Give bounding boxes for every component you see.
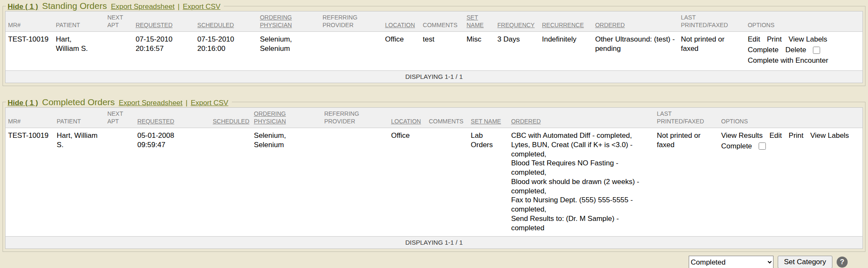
col-header-mr: MR# <box>6 107 54 128</box>
col-header-requested[interactable]: REQUESTED <box>133 11 195 32</box>
col-header-scheduled[interactable]: SCHEDULED <box>195 11 258 32</box>
col-header-ordering-physician[interactable]: ORDERING PHYSICIAN <box>257 11 320 32</box>
view-results-link[interactable]: View Results <box>721 131 763 140</box>
print-link[interactable]: Print <box>767 35 782 44</box>
complete-with-encounter-link[interactable]: Complete with Encounter <box>748 56 828 65</box>
completed-orders-section: Hide ( 1 ) Completed Orders Export Sprea… <box>3 97 865 252</box>
set-category-button[interactable]: Set Category <box>778 256 832 268</box>
view-labels-link[interactable]: View Labels <box>810 131 849 140</box>
col-header-set-name[interactable]: SET NAME <box>468 107 509 128</box>
comments-cell <box>426 128 468 237</box>
set-name-cell: Lab Orders <box>468 128 509 237</box>
col-header-ordered[interactable]: ORDERED <box>509 107 654 128</box>
standing-hide-link[interactable]: Hide ( 1 ) <box>8 3 38 11</box>
completed-section-title: Completed Orders <box>40 97 117 107</box>
col-header-options: OPTIONS <box>745 11 862 32</box>
standing-export-spreadsheet-link[interactable]: Export Spreadsheet <box>111 3 175 11</box>
location-cell: Office <box>383 32 420 70</box>
edit-link[interactable]: Edit <box>770 131 782 140</box>
mr-cell: TEST-10019 <box>6 32 53 70</box>
col-header-options: OPTIONS <box>719 107 863 128</box>
col-header-comments: COMMENTS <box>420 11 464 32</box>
completed-displaying-status: DISPLAYING 1-1 / 1 <box>6 237 863 249</box>
complete-link[interactable]: Complete <box>721 142 752 151</box>
col-header-referring-provider: REFERRING PROVIDER <box>322 107 389 128</box>
completed-export-csv-link[interactable]: Export CSV <box>191 99 228 107</box>
set-name-cell: Misc <box>464 32 495 70</box>
referring-provider-cell <box>322 128 389 237</box>
location-cell: Office <box>389 128 426 237</box>
ordered-cell: CBC with Automated Diff - completed, Lyt… <box>509 128 654 237</box>
mr-cell: TEST-10019 <box>6 128 54 237</box>
completed-header-row: MR# PATIENT NEXT APT REQUESTED SCHEDULED… <box>6 107 863 128</box>
legend-separator: | <box>184 99 189 107</box>
col-header-last-printed-faxed: LAST PRINTED/FAXED <box>678 11 745 32</box>
col-header-patient: PATIENT <box>53 11 105 32</box>
standing-header-row: MR# PATIENT NEXT APT REQUESTED SCHEDULED… <box>6 11 863 32</box>
ordered-cell: Other Ultrasound: (test) - pending <box>593 32 678 70</box>
completed-footer-row: DISPLAYING 1-1 / 1 <box>6 237 863 249</box>
col-header-patient: PATIENT <box>54 107 105 128</box>
col-header-location[interactable]: LOCATION <box>383 11 420 32</box>
requested-cell: 07-15-2010 20:16:57 <box>133 32 195 70</box>
comments-cell: test <box>420 32 464 70</box>
standing-displaying-status: DISPLAYING 1-1 / 1 <box>6 70 863 83</box>
standing-section-title: Standing Orders <box>40 1 109 11</box>
requested-cell: 05-01-2008 09:59:47 <box>135 128 210 237</box>
standing-footer-row: DISPLAYING 1-1 / 1 <box>6 70 863 83</box>
col-header-referring-provider: REFERRING PROVIDER <box>320 11 383 32</box>
category-controls: Completed Set Category ? <box>3 256 848 268</box>
col-header-recurrence[interactable]: RECURRENCE <box>540 11 593 32</box>
scheduled-cell: 07-15-2010 20:16:00 <box>195 32 258 70</box>
standing-order-checkbox[interactable] <box>813 47 820 54</box>
ordering-physician-cell: Selenium, Selenium <box>257 32 320 70</box>
options-cell: View Results Edit Print View Labels Comp… <box>719 128 863 237</box>
complete-link[interactable]: Complete <box>748 45 779 55</box>
col-header-requested[interactable]: REQUESTED <box>135 107 210 128</box>
col-header-last-printed-faxed: LAST PRINTED/FAXED <box>654 107 719 128</box>
col-header-next-apt: NEXT APT <box>105 11 133 32</box>
completed-hide-link[interactable]: Hide ( 1 ) <box>8 99 38 107</box>
completed-order-table-row: TEST-10019 Hart, William S. 05-01-2008 0… <box>6 128 863 237</box>
help-icon[interactable]: ? <box>837 257 848 268</box>
scheduled-cell <box>210 128 251 237</box>
completed-export-spreadsheet-link[interactable]: Export Spreadsheet <box>119 99 182 107</box>
view-labels-link[interactable]: View Labels <box>789 35 827 44</box>
standing-export-csv-link[interactable]: Export CSV <box>183 3 220 11</box>
completed-orders-table: MR# PATIENT NEXT APT REQUESTED SCHEDULED… <box>5 107 863 249</box>
last-printed-faxed-cell: Not printed or faxed <box>678 32 745 70</box>
next-apt-cell <box>105 32 133 70</box>
col-header-scheduled[interactable]: SCHEDULED <box>210 107 251 128</box>
category-select[interactable]: Completed <box>689 256 773 268</box>
last-printed-faxed-cell: Not printed or faxed <box>654 128 719 237</box>
standing-orders-section: Hide ( 1 ) Standing Orders Export Spread… <box>3 1 865 86</box>
completed-orders-legend: Hide ( 1 ) Completed Orders Export Sprea… <box>6 97 232 107</box>
recurrence-cell: Indefinitely <box>540 32 593 70</box>
legend-separator: | <box>176 3 181 11</box>
col-header-ordering-physician[interactable]: ORDERING PHYSICIAN <box>251 107 322 128</box>
col-header-location[interactable]: LOCATION <box>389 107 426 128</box>
col-header-set-name[interactable]: SET NAME <box>464 11 495 32</box>
edit-link[interactable]: Edit <box>748 35 760 44</box>
referring-provider-cell <box>320 32 383 70</box>
col-header-mr: MR# <box>6 11 53 32</box>
col-header-frequency[interactable]: FREQUENCY <box>495 11 540 32</box>
standing-orders-legend: Hide ( 1 ) Standing Orders Export Spread… <box>6 1 224 11</box>
standing-order-table-row: TEST-10019 Hart, William S. 07-15-2010 2… <box>6 32 863 70</box>
options-cell: Edit Print View Labels Complete Delete C… <box>745 32 862 70</box>
next-apt-cell <box>105 128 135 237</box>
col-header-next-apt: NEXT APT <box>105 107 135 128</box>
completed-order-checkbox[interactable] <box>759 142 766 150</box>
print-link[interactable]: Print <box>789 131 804 140</box>
orders-page: Hide ( 1 ) Standing Orders Export Spread… <box>0 0 868 268</box>
frequency-cell: 3 Days <box>495 32 540 70</box>
standing-orders-table: MR# PATIENT NEXT APT REQUESTED SCHEDULED… <box>5 11 863 83</box>
delete-link[interactable]: Delete <box>785 45 806 55</box>
col-header-ordered[interactable]: ORDERED <box>593 11 678 32</box>
ordering-physician-cell: Selenium, Selenium <box>251 128 322 237</box>
col-header-comments: COMMENTS <box>426 107 468 128</box>
patient-cell: Hart, William S. <box>54 128 105 237</box>
patient-cell: Hart, William S. <box>53 32 105 70</box>
